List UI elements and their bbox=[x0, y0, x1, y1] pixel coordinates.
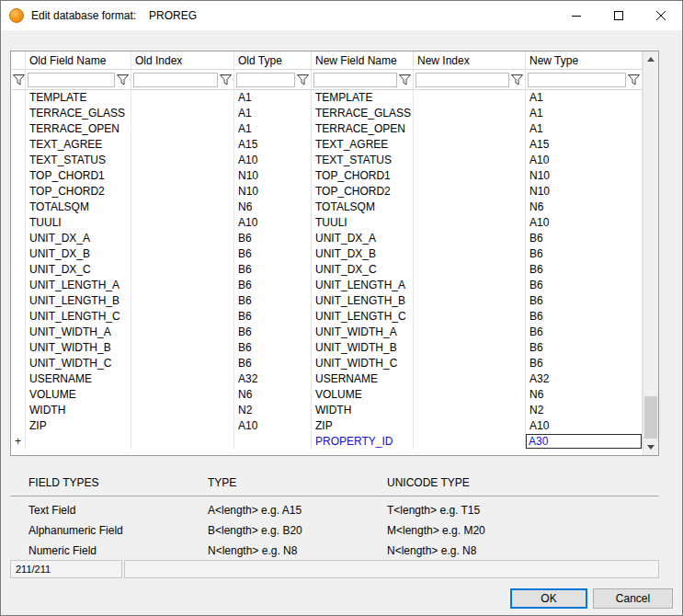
cell-old-index[interactable] bbox=[131, 153, 234, 168]
cell-new-index[interactable] bbox=[414, 387, 526, 403]
cell-new-type[interactable]: A32 bbox=[526, 371, 643, 387]
cell-new-field-name[interactable]: TERRACE_GLASS bbox=[312, 106, 414, 121]
cell-new-index[interactable] bbox=[414, 278, 526, 293]
table-row[interactable]: UNIT_DX_A B6 UNIT_DX_A B6 bbox=[11, 231, 643, 246]
filter-input-old-type[interactable] bbox=[236, 73, 295, 87]
cell-old-field-name[interactable]: TEXT_AGREE bbox=[26, 137, 131, 153]
cell-old-index[interactable] bbox=[131, 293, 234, 309]
cell-old-field-name[interactable]: TOP_CHORD1 bbox=[26, 168, 131, 184]
cell-old-field-name[interactable]: USERNAME bbox=[26, 371, 131, 387]
cell-new-field-name[interactable]: UNIT_DX_C bbox=[312, 262, 414, 278]
cell-old-field-name[interactable]: ZIP bbox=[26, 418, 131, 434]
cell-new-type[interactable]: B6 bbox=[526, 262, 643, 278]
cell-new-type[interactable]: N10 bbox=[526, 184, 643, 200]
cell-old-index[interactable] bbox=[131, 387, 234, 403]
cell-new-index[interactable] bbox=[414, 262, 526, 278]
cell-old-field-name[interactable]: TUULI bbox=[26, 215, 131, 231]
cell-new-field-name[interactable]: UNIT_WIDTH_C bbox=[312, 356, 414, 371]
filter-input-new-type[interactable] bbox=[528, 73, 626, 87]
cell-old-field-name[interactable]: TOP_CHORD2 bbox=[26, 184, 131, 200]
cell-old-index[interactable] bbox=[131, 137, 234, 153]
cell-new-field-name[interactable]: UNIT_LENGTH_A bbox=[312, 278, 414, 293]
cell-old-index[interactable] bbox=[131, 418, 234, 434]
cell-new-type[interactable]: A10 bbox=[526, 153, 643, 168]
cell-old-field-name[interactable]: TEXT_STATUS bbox=[26, 153, 131, 168]
cell-old-index[interactable] bbox=[131, 231, 234, 246]
new-field-row[interactable]: + PROPERTY_ID bbox=[11, 434, 643, 450]
cell-new-field-name[interactable]: TERRACE_OPEN bbox=[312, 121, 414, 137]
cell-old-type[interactable]: B6 bbox=[234, 231, 312, 246]
table-row[interactable]: UNIT_WIDTH_A B6 UNIT_WIDTH_A B6 bbox=[11, 325, 643, 340]
cell-old-type[interactable]: N6 bbox=[234, 200, 312, 215]
cell-new-field-name[interactable]: WIDTH bbox=[312, 403, 414, 418]
cell-new-index[interactable] bbox=[414, 90, 526, 106]
cell-old-type[interactable]: A1 bbox=[234, 106, 312, 121]
close-button[interactable] bbox=[640, 1, 682, 29]
cell-old-index[interactable] bbox=[131, 168, 234, 184]
cell-new-index[interactable] bbox=[414, 215, 526, 231]
cell-new-field-name[interactable]: UNIT_LENGTH_B bbox=[312, 293, 414, 309]
cell-old-index[interactable] bbox=[131, 215, 234, 231]
cell-new-index[interactable] bbox=[414, 325, 526, 340]
cell-new-index[interactable] bbox=[414, 293, 526, 309]
filter-funnel-icon[interactable] bbox=[220, 74, 232, 86]
filter-funnel-icon[interactable] bbox=[117, 74, 129, 86]
cell-old-index[interactable] bbox=[131, 325, 234, 340]
cell-old-type[interactable]: B6 bbox=[234, 309, 312, 325]
scrollbar-thumb[interactable] bbox=[644, 396, 657, 439]
table-row[interactable]: TOP_CHORD2 N10 TOP_CHORD2 N10 bbox=[11, 184, 643, 200]
new-type-input[interactable] bbox=[526, 434, 642, 449]
filter-funnel-icon[interactable] bbox=[297, 74, 309, 86]
cell-old-type[interactable]: B6 bbox=[234, 246, 312, 262]
cell-new-field-name[interactable]: TUULI bbox=[312, 215, 414, 231]
cell-old-type[interactable]: A10 bbox=[234, 215, 312, 231]
cell-new-type[interactable]: B6 bbox=[526, 231, 643, 246]
table-row[interactable]: TERRACE_GLASS A1 TERRACE_GLASS A1 bbox=[11, 106, 643, 121]
cell-old-type[interactable]: A10 bbox=[234, 418, 312, 434]
cell-old-type[interactable]: A1 bbox=[234, 90, 312, 106]
cell-new-field-name[interactable]: TEXT_STATUS bbox=[312, 153, 414, 168]
cell-new-index[interactable] bbox=[414, 200, 526, 215]
table-row[interactable]: TUULI A10 TUULI A10 bbox=[11, 215, 643, 231]
table-row[interactable]: TEXT_AGREE A15 TEXT_AGREE A15 bbox=[11, 137, 643, 153]
cell-new-field-name[interactable]: TOP_CHORD1 bbox=[312, 168, 414, 184]
cell-old-field-name[interactable]: TERRACE_GLASS bbox=[26, 106, 131, 121]
cell-old-type[interactable]: B6 bbox=[234, 278, 312, 293]
cell-new-type[interactable]: B6 bbox=[526, 293, 643, 309]
filter-funnel-icon[interactable] bbox=[628, 74, 640, 86]
cell-new-type[interactable]: A10 bbox=[526, 418, 643, 434]
table-row[interactable]: UNIT_DX_C B6 UNIT_DX_C B6 bbox=[11, 262, 643, 278]
cell-old-field-name[interactable]: TOTALSQM bbox=[26, 200, 131, 215]
cell-new-field-name[interactable]: VOLUME bbox=[312, 387, 414, 403]
cell-old-field-name[interactable]: UNIT_LENGTH_B bbox=[26, 293, 131, 309]
cell-old-index[interactable] bbox=[131, 403, 234, 418]
cell-new-index[interactable] bbox=[414, 231, 526, 246]
cell-old-index[interactable] bbox=[131, 246, 234, 262]
cell-old-index[interactable] bbox=[131, 434, 234, 450]
cell-old-type[interactable]: A10 bbox=[234, 153, 312, 168]
cell-old-index[interactable] bbox=[131, 278, 234, 293]
table-row[interactable]: TOTALSQM N6 TOTALSQM N6 bbox=[11, 200, 643, 215]
cell-new-field-name[interactable]: TEXT_AGREE bbox=[312, 137, 414, 153]
cell-old-field-name[interactable]: UNIT_LENGTH_C bbox=[26, 309, 131, 325]
cell-old-type[interactable]: N2 bbox=[234, 403, 312, 418]
cell-old-field-name[interactable]: TERRACE_OPEN bbox=[26, 121, 131, 137]
cancel-button[interactable]: Cancel bbox=[593, 588, 673, 609]
cell-old-field-name[interactable]: UNIT_WIDTH_B bbox=[26, 340, 131, 356]
filter-funnel-icon[interactable] bbox=[511, 74, 523, 86]
filter-input-old-index[interactable] bbox=[133, 73, 218, 87]
cell-new-field-name[interactable]: PROPERTY_ID bbox=[312, 434, 414, 450]
column-header-new-type[interactable]: New Type bbox=[526, 51, 643, 69]
cell-old-field-name[interactable]: UNIT_DX_B bbox=[26, 246, 131, 262]
cell-old-index[interactable] bbox=[131, 309, 234, 325]
table-row[interactable]: WIDTH N2 WIDTH N2 bbox=[11, 403, 643, 418]
table-row[interactable]: TEMPLATE A1 TEMPLATE A1 bbox=[11, 90, 643, 106]
cell-old-field-name[interactable]: UNIT_WIDTH_A bbox=[26, 325, 131, 340]
cell-new-type[interactable]: B6 bbox=[526, 325, 643, 340]
scroll-down-button[interactable] bbox=[643, 439, 658, 455]
table-row[interactable]: VOLUME N6 VOLUME N6 bbox=[11, 387, 643, 403]
cell-new-type[interactable]: A1 bbox=[526, 90, 643, 106]
cell-old-type[interactable]: B6 bbox=[234, 293, 312, 309]
cell-old-type[interactable]: N10 bbox=[234, 168, 312, 184]
cell-new-index[interactable] bbox=[414, 246, 526, 262]
